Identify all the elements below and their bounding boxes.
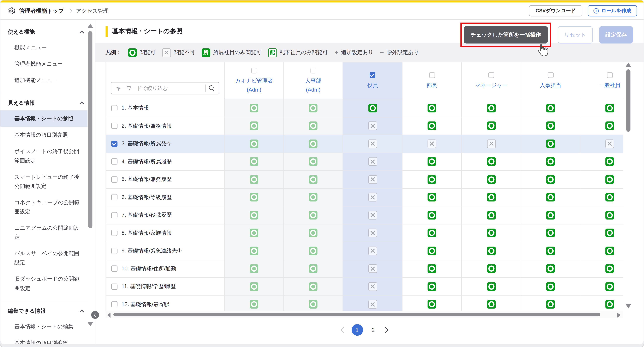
permission-cell-4-3[interactable] [402,171,462,188]
column-checkbox-2[interactable] [370,72,375,78]
row-checkbox-4[interactable] [111,176,118,182]
permission-cell-8-5[interactable] [521,242,580,260]
column-label-4[interactable]: マネージャー [475,81,508,89]
permission-cell-8-0[interactable] [225,242,284,260]
column-checkbox-1[interactable] [310,67,316,73]
permission-cell-1-4[interactable] [462,117,521,135]
permission-cell-9-4[interactable] [462,260,521,278]
sidebar-scrollbar-thumb[interactable] [88,31,92,228]
permission-cell-9-0[interactable] [225,260,284,278]
permission-cell-5-3[interactable] [402,188,462,206]
permission-cell-9-6[interactable] [580,260,623,278]
column-checkbox-5[interactable] [548,72,554,78]
permission-cell-6-2[interactable] [343,206,402,224]
column-checkbox-6[interactable] [607,72,612,78]
permission-cell-7-4[interactable] [462,224,521,242]
column-label-2[interactable]: 役員 [367,81,378,89]
permission-cell-3-6[interactable] [580,153,623,171]
permission-cell-9-3[interactable] [402,260,462,278]
permission-cell-3-1[interactable] [284,153,343,171]
pagination-page-1[interactable]: 1 [352,324,363,336]
permission-cell-9-1[interactable] [284,260,343,278]
permission-cell-10-4[interactable] [462,278,521,296]
permission-cell-11-1[interactable] [284,296,343,311]
bulk-operation-button[interactable]: チェックした箇所を一括操作 [464,26,548,43]
permission-cell-3-4[interactable] [462,153,521,171]
column-label-1[interactable]: 人事部 [305,77,321,85]
permission-cell-5-1[interactable] [284,188,343,206]
row-checkbox-10[interactable] [111,283,118,290]
permission-cell-1-2[interactable] [343,117,402,135]
permission-cell-11-5[interactable] [521,296,580,311]
permission-cell-9-5[interactable] [521,260,580,278]
permission-cell-6-6[interactable] [580,206,623,224]
permission-cell-4-0[interactable] [225,171,284,188]
permission-cell-8-4[interactable] [462,242,521,260]
sidebar-item-1-4[interactable]: コネクトキューブの公開範囲設定 [0,194,88,220]
permission-cell-6-0[interactable] [225,206,284,224]
permission-cell-5-4[interactable] [462,188,521,206]
sidebar-section-title[interactable]: 使える機能 [0,24,88,39]
permission-cell-1-5[interactable] [521,117,580,135]
permission-cell-4-6[interactable] [580,171,623,188]
permission-cell-10-6[interactable] [580,278,623,296]
permission-cell-11-3[interactable] [402,296,462,311]
row-checkbox-9[interactable] [111,266,118,272]
hscroll-thumb[interactable] [113,313,600,316]
permission-cell-11-4[interactable] [462,296,521,311]
sidebar-item-0-1[interactable]: 管理者機能メニュー [0,56,88,72]
permission-cell-1-0[interactable] [225,117,284,135]
permission-cell-7-3[interactable] [402,224,462,242]
permission-cell-6-3[interactable] [402,206,462,224]
pagination-prev-icon[interactable] [340,327,346,333]
permission-cell-5-2[interactable] [343,188,402,206]
sidebar-item-1-0[interactable]: 基本情報・シートの参照 [0,111,88,127]
column-label-3[interactable]: 部長 [426,81,437,89]
permission-cell-7-1[interactable] [284,224,343,242]
permission-cell-8-6[interactable] [580,242,623,260]
column-label-6[interactable]: 一般社員 [599,81,620,89]
row-checkbox-11[interactable] [111,301,118,307]
permission-cell-9-2[interactable] [343,260,402,278]
permission-cell-10-5[interactable] [521,278,580,296]
column-checkbox-3[interactable] [429,72,435,78]
permission-cell-2-1[interactable] [284,135,343,153]
permission-cell-2-2[interactable] [343,135,402,153]
sidebar-item-1-6[interactable]: パルスサーベイの公開範囲設定 [0,246,88,271]
hscroll-left-arrow[interactable] [107,313,110,318]
pagination-next-icon[interactable] [382,327,388,333]
permission-cell-4-2[interactable] [343,171,402,188]
column-checkbox-4[interactable] [488,72,494,78]
permission-cell-8-3[interactable] [402,242,462,260]
permission-cell-7-5[interactable] [521,224,580,242]
permission-cell-5-6[interactable] [580,188,623,206]
vscroll-down-arrow[interactable] [626,304,631,308]
permission-cell-8-1[interactable] [284,242,343,260]
permission-cell-3-3[interactable] [402,153,462,171]
permission-cell-10-3[interactable] [402,278,462,296]
row-checkbox-7[interactable] [111,230,118,236]
permission-cell-2-5[interactable] [521,135,580,153]
permission-cell-10-2[interactable] [343,278,402,296]
row-checkbox-5[interactable] [111,194,118,200]
permission-cell-0-1[interactable] [284,99,343,117]
sidebar-item-1-7[interactable]: 旧ダッシュボードの公開範囲設定 [0,271,88,297]
permission-cell-7-2[interactable] [343,224,402,242]
sidebar-item-1-5[interactable]: エニアグラムの公開範囲設定 [0,220,88,246]
vscroll-up-arrow[interactable] [626,63,631,67]
csv-download-button[interactable]: CSVダウンロード [529,5,582,16]
breadcrumb-root-link[interactable]: 管理者機能トップ [19,7,64,15]
permission-cell-10-0[interactable] [225,278,284,296]
permission-cell-1-6[interactable] [580,117,623,135]
permission-cell-0-6[interactable] [580,99,623,117]
permission-cell-2-6[interactable] [580,135,623,153]
save-settings-button[interactable]: 設定保存 [599,26,633,43]
permission-cell-0-5[interactable] [521,99,580,117]
sidebar-section-title[interactable]: 編集できる情報 [0,304,88,318]
sidebar-item-2-0[interactable]: 基本情報・シートの編集 [0,318,88,335]
permission-cell-0-0[interactable] [225,99,284,117]
row-checkbox-3[interactable] [111,159,118,165]
permission-cell-2-4[interactable] [462,135,521,153]
permission-cell-11-6[interactable] [580,296,623,311]
permission-cell-5-5[interactable] [521,188,580,206]
